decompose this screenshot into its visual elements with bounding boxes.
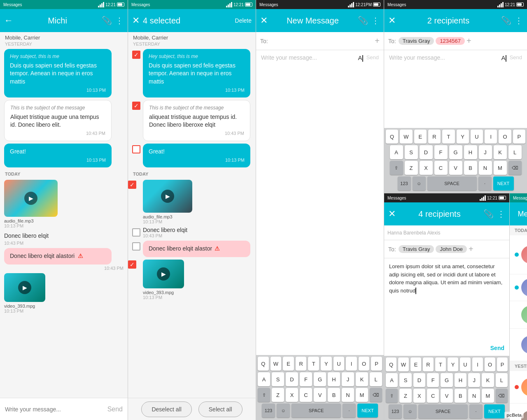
key3-period[interactable]: · xyxy=(469,404,483,418)
to-input[interactable] xyxy=(270,38,375,44)
key3-a[interactable]: A xyxy=(386,373,398,387)
key3-123[interactable]: 123 xyxy=(389,404,402,418)
recipient-chip-travis[interactable]: Travis Gray xyxy=(399,37,434,45)
message-placeholder-2r[interactable]: Write your message... xyxy=(389,54,501,124)
key3-l[interactable]: L xyxy=(496,373,508,387)
more-2r-icon[interactable]: ⋮ xyxy=(515,16,523,26)
checkbox-4[interactable]: ✓ xyxy=(128,181,136,189)
key3-t[interactable]: T xyxy=(435,357,446,371)
key-y[interactable]: Y xyxy=(321,357,332,371)
key3-m[interactable]: M xyxy=(482,389,494,403)
key3-b[interactable]: B xyxy=(455,389,466,403)
key-space[interactable]: SPACE xyxy=(291,404,341,418)
paperclip-4r-icon[interactable]: 📎 xyxy=(483,209,494,219)
key-q[interactable]: Q xyxy=(258,357,269,371)
key-i[interactable]: I xyxy=(346,357,357,371)
key-a[interactable]: A xyxy=(258,372,270,386)
key3-k[interactable]: K xyxy=(482,373,494,387)
send-2r-btn[interactable]: Send xyxy=(510,54,522,60)
key2-v[interactable]: V xyxy=(449,161,462,175)
key2-q[interactable]: Q xyxy=(386,130,398,144)
more-icon[interactable]: ⋮ xyxy=(115,16,124,26)
select-item-7[interactable]: ✓ ▶ video_393.mpg 10:13 PM xyxy=(128,259,256,302)
key3-d[interactable]: D xyxy=(413,373,425,387)
key-h[interactable]: H xyxy=(328,372,340,386)
key3-g[interactable]: G xyxy=(441,373,452,387)
key2-l[interactable]: L xyxy=(508,145,522,159)
key2-m[interactable]: M xyxy=(494,161,507,175)
key2-e[interactable]: E xyxy=(414,130,427,144)
key-w[interactable]: W xyxy=(270,357,282,371)
checkbox-3[interactable] xyxy=(132,145,140,153)
key2-h[interactable]: H xyxy=(464,145,477,159)
key2-g[interactable]: G xyxy=(449,145,462,159)
list-item-travis-2[interactable]: Travis Gray 5:43 PM Beginning of messa..… xyxy=(510,329,527,361)
key-o[interactable]: O xyxy=(359,357,370,371)
key3-c[interactable]: C xyxy=(427,389,439,403)
key-next[interactable]: NEXT xyxy=(357,404,378,418)
key3-v[interactable]: V xyxy=(441,389,452,403)
checkbox-7[interactable]: ✓ xyxy=(128,260,136,269)
send-4r-btn[interactable]: Send xyxy=(490,344,504,353)
paperclip-2r-icon[interactable]: 📎 xyxy=(501,16,511,26)
key2-period[interactable]: · xyxy=(478,176,492,190)
key3-i[interactable]: I xyxy=(472,357,483,371)
add-4r-btn[interactable]: + xyxy=(469,244,473,254)
key3-next[interactable]: NEXT xyxy=(484,404,505,418)
key3-y[interactable]: Y xyxy=(448,357,458,371)
key2-backspace[interactable]: ⌫ xyxy=(508,161,522,175)
key-123[interactable]: 123 xyxy=(262,404,275,418)
checkbox-6[interactable] xyxy=(132,242,140,251)
key-e[interactable]: E xyxy=(283,357,294,371)
key-f[interactable]: F xyxy=(300,372,312,386)
play-icon-2[interactable]: ▶ xyxy=(161,190,174,203)
key-n[interactable]: N xyxy=(342,388,354,402)
key3-z[interactable]: Z xyxy=(399,389,411,403)
select-all-button[interactable]: Select all xyxy=(198,401,243,417)
select-item-1[interactable]: ✓ Hey subject, this is me Duis quis sapi… xyxy=(128,48,256,99)
key3-space[interactable]: SPACE xyxy=(418,404,468,418)
message-body-4r[interactable]: Lorem ipsum dolor sit una amet, consecte… xyxy=(384,258,509,356)
key-c[interactable]: C xyxy=(300,388,312,402)
message-placeholder[interactable]: Write your message... xyxy=(261,54,358,351)
key2-c[interactable]: C xyxy=(434,161,448,175)
key3-h[interactable]: H xyxy=(455,373,466,387)
play-icon-video[interactable]: ▶ xyxy=(18,281,31,294)
key2-t[interactable]: T xyxy=(442,130,455,144)
select-item-2[interactable]: ✓ This is the subject of the message ali… xyxy=(128,99,256,143)
key-k[interactable]: K xyxy=(356,372,368,386)
key3-r[interactable]: R xyxy=(423,357,434,371)
key3-x[interactable]: X xyxy=(413,389,425,403)
key-g[interactable]: G xyxy=(314,372,326,386)
add-recipient-btn[interactable]: + xyxy=(375,36,380,46)
play-icon[interactable]: ▶ xyxy=(24,192,37,205)
key2-k[interactable]: K xyxy=(494,145,507,159)
key3-o[interactable]: O xyxy=(485,357,495,371)
key-shift[interactable]: ⇧ xyxy=(258,388,270,402)
key-d[interactable]: D xyxy=(286,372,298,386)
close-4r[interactable]: ✕ xyxy=(388,209,396,219)
close-button[interactable]: ✕ xyxy=(132,15,140,26)
key3-f[interactable]: F xyxy=(427,373,439,387)
key-backspace[interactable]: ⌫ xyxy=(370,388,382,402)
message-area-2[interactable]: Mobile, Carrier YESTERDAY ✓ Hey subject,… xyxy=(128,32,256,398)
key2-x[interactable]: X xyxy=(420,161,433,175)
more-new-icon[interactable]: ⋮ xyxy=(371,16,380,26)
key3-u[interactable]: U xyxy=(460,357,471,371)
key-r[interactable]: R xyxy=(296,357,307,371)
key-j[interactable]: J xyxy=(342,372,354,386)
key2-emoji[interactable]: ☺ xyxy=(413,176,426,190)
back-button[interactable]: ← xyxy=(4,15,13,26)
key2-r[interactable]: R xyxy=(428,130,441,144)
key3-emoji[interactable]: ☺ xyxy=(403,404,417,418)
key-emoji[interactable]: ☺ xyxy=(277,404,290,418)
key3-shift[interactable]: ⇧ xyxy=(386,389,398,403)
message-area-1[interactable]: Mobile, Carrier YESTERDAY Hey subject, t… xyxy=(0,32,128,398)
select-item-3[interactable]: Great! 10:13 PM xyxy=(128,143,256,169)
key3-w[interactable]: W xyxy=(398,357,409,371)
select-item-6[interactable]: Donec libero elqit alastor ⚠ xyxy=(128,240,256,259)
close-2-recipients[interactable]: ✕ xyxy=(388,15,396,26)
list-item-carolina[interactable]: Carolina Kaverin 5:43 PM Beginning of me… xyxy=(510,235,527,274)
key2-next[interactable]: NEXT xyxy=(493,176,514,190)
key2-u[interactable]: U xyxy=(471,130,483,144)
